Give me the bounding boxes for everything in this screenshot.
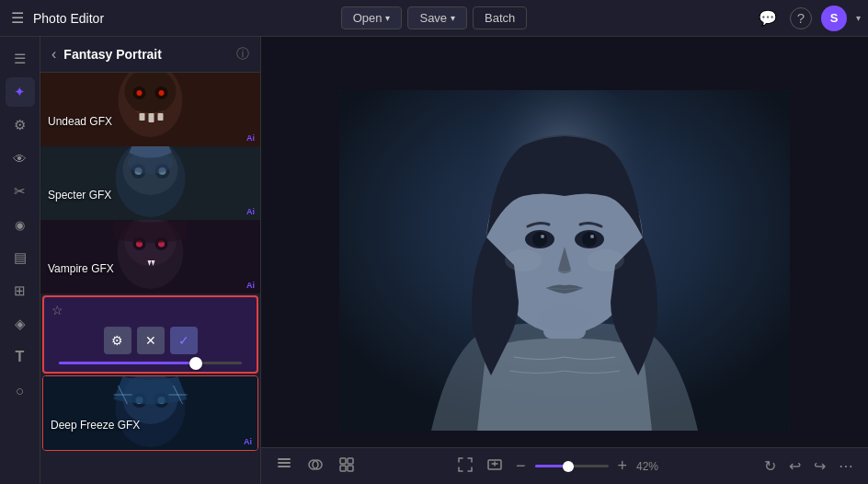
remove-button[interactable]: ✕ bbox=[137, 327, 165, 354]
item-label: Specter GFX bbox=[48, 189, 111, 202]
bottom-toolbar: − + 42% ↻ ↩ ↪ ⋯ bbox=[261, 447, 868, 484]
save-button[interactable]: Save ▾ bbox=[407, 6, 467, 29]
svg-rect-57 bbox=[348, 458, 353, 464]
sidebar-item-menu[interactable]: ☰ bbox=[6, 44, 35, 74]
slider-fill bbox=[59, 362, 196, 364]
more-options-icon[interactable]: ⋯ bbox=[835, 454, 857, 478]
sidebar-item-blend[interactable]: ◈ bbox=[6, 309, 35, 339]
topbar: ☰ Photo Editor Open ▾ Save ▾ Batch 💬 ? S… bbox=[0, 0, 868, 37]
undo-icon[interactable]: ↩ bbox=[785, 454, 805, 478]
effect-controls: ⚙ ✕ ✓ bbox=[44, 323, 257, 358]
active-item-header: ☆ bbox=[44, 297, 257, 323]
canvas-image[interactable] bbox=[339, 90, 790, 431]
grid-view-icon[interactable] bbox=[335, 453, 359, 480]
zoom-slider[interactable] bbox=[535, 465, 609, 467]
bottom-left bbox=[272, 453, 359, 480]
list-item[interactable]: Deep Freeze GFX Ai bbox=[42, 375, 258, 451]
fit-to-screen-icon[interactable] bbox=[453, 453, 477, 480]
batch-button[interactable]: Batch bbox=[473, 6, 527, 29]
layers-icon[interactable] bbox=[272, 453, 296, 480]
svg-rect-56 bbox=[340, 458, 346, 464]
sidebar-item-preview[interactable]: 👁 bbox=[6, 144, 35, 173]
svg-point-44 bbox=[532, 232, 547, 247]
settings-button[interactable]: ⚙ bbox=[104, 327, 131, 354]
panel-list: Undead GFX Ai bbox=[40, 73, 260, 484]
item-label: Undead GFX bbox=[48, 115, 112, 128]
blend-mode-icon[interactable] bbox=[303, 453, 327, 480]
svg-point-47 bbox=[590, 235, 594, 238]
sidebar-item-face[interactable]: ◉ bbox=[6, 210, 35, 239]
chat-icon[interactable]: 💬 bbox=[755, 6, 781, 30]
ai-badge: Ai bbox=[246, 207, 255, 216]
svg-rect-58 bbox=[340, 466, 346, 471]
bottom-right: ↻ ↩ ↪ ⋯ bbox=[760, 454, 857, 478]
list-item[interactable]: Undead GFX Ai bbox=[40, 73, 260, 146]
svg-rect-9 bbox=[158, 113, 164, 121]
actual-size-icon[interactable] bbox=[483, 453, 507, 480]
sidebar-item-tools[interactable]: ✂ bbox=[6, 177, 35, 206]
zoom-out-icon[interactable]: − bbox=[512, 453, 530, 479]
sidebar-item-grid[interactable]: ⊞ bbox=[6, 276, 35, 305]
sidebar-item-layers[interactable]: ▤ bbox=[6, 243, 35, 272]
app-title: Photo Editor bbox=[33, 11, 104, 26]
icon-bar: ☰ ✦ ⚙ 👁 ✂ ◉ ▤ ⊞ ◈ T ○ bbox=[0, 37, 40, 484]
slider-thumb[interactable] bbox=[189, 357, 202, 370]
canvas-area: − + 42% ↻ ↩ ↪ ⋯ bbox=[261, 37, 868, 484]
list-item[interactable]: Specter GFX Ai bbox=[40, 146, 260, 220]
sidebar-item-adjustments[interactable]: ⚙ bbox=[6, 110, 35, 140]
topbar-center: Open ▾ Save ▾ Batch bbox=[341, 6, 528, 29]
zoom-thumb[interactable] bbox=[563, 461, 574, 472]
svg-rect-59 bbox=[348, 466, 353, 471]
svg-point-45 bbox=[582, 232, 597, 247]
svg-point-46 bbox=[541, 235, 544, 238]
topbar-right: 💬 ? S ▾ bbox=[534, 6, 861, 31]
ai-badge: Ai bbox=[246, 281, 255, 290]
zoom-percentage: 42% bbox=[636, 460, 666, 473]
item-label: Vampire GFX bbox=[48, 262, 114, 275]
user-chevron-icon[interactable]: ▾ bbox=[856, 13, 861, 23]
zoom-in-icon[interactable]: + bbox=[614, 453, 632, 479]
ai-badge: Ai bbox=[246, 133, 255, 143]
chevron-down-icon: ▾ bbox=[451, 13, 455, 23]
list-item[interactable]: Vampire GFX Ai bbox=[40, 220, 260, 294]
help-icon[interactable]: ? bbox=[790, 7, 812, 29]
svg-rect-8 bbox=[149, 113, 154, 122]
svg-point-48 bbox=[505, 249, 542, 271]
open-button[interactable]: Open ▾ bbox=[341, 6, 403, 29]
sidebar-item-text[interactable]: T bbox=[6, 342, 35, 372]
apply-button[interactable]: ✓ bbox=[170, 327, 198, 354]
item-label: Deep Freeze GFX bbox=[51, 419, 140, 432]
slider-track[interactable] bbox=[59, 362, 242, 364]
back-button[interactable]: ‹ bbox=[51, 46, 56, 63]
svg-rect-51 bbox=[278, 462, 291, 464]
panel-title: Fantasy Portrait bbox=[63, 47, 229, 62]
topbar-left: ☰ Photo Editor bbox=[7, 6, 334, 30]
chevron-down-icon: ▾ bbox=[385, 13, 390, 23]
svg-rect-53 bbox=[278, 458, 291, 460]
svg-point-50 bbox=[537, 305, 592, 332]
sidebar-item-effects[interactable]: ✦ bbox=[6, 77, 35, 107]
star-icon[interactable]: ☆ bbox=[51, 303, 63, 317]
ai-badge: Ai bbox=[244, 437, 252, 446]
active-effect-item[interactable]: ☆ ⚙ ✕ ✓ bbox=[42, 295, 258, 374]
redo-icon[interactable]: ↪ bbox=[810, 454, 829, 478]
zoom-control: − + 42% bbox=[453, 453, 666, 480]
panel-header: ‹ Fantasy Portrait ⓘ bbox=[40, 37, 260, 73]
effects-panel: ‹ Fantasy Portrait ⓘ bbox=[40, 37, 261, 484]
hamburger-icon[interactable]: ☰ bbox=[7, 6, 28, 30]
svg-rect-52 bbox=[278, 466, 291, 467]
svg-point-49 bbox=[588, 249, 624, 271]
svg-point-5 bbox=[137, 90, 143, 96]
sidebar-item-shape[interactable]: ○ bbox=[6, 375, 35, 405]
info-icon[interactable]: ⓘ bbox=[236, 46, 249, 63]
rotate-icon[interactable]: ↻ bbox=[760, 454, 780, 478]
main-area: ☰ ✦ ⚙ 👁 ✂ ◉ ▤ ⊞ ◈ T ○ ‹ Fantasy Portrait… bbox=[0, 37, 868, 484]
svg-rect-7 bbox=[140, 113, 145, 121]
svg-point-6 bbox=[159, 90, 165, 96]
effect-slider[interactable] bbox=[59, 362, 242, 364]
avatar[interactable]: S bbox=[821, 6, 847, 31]
